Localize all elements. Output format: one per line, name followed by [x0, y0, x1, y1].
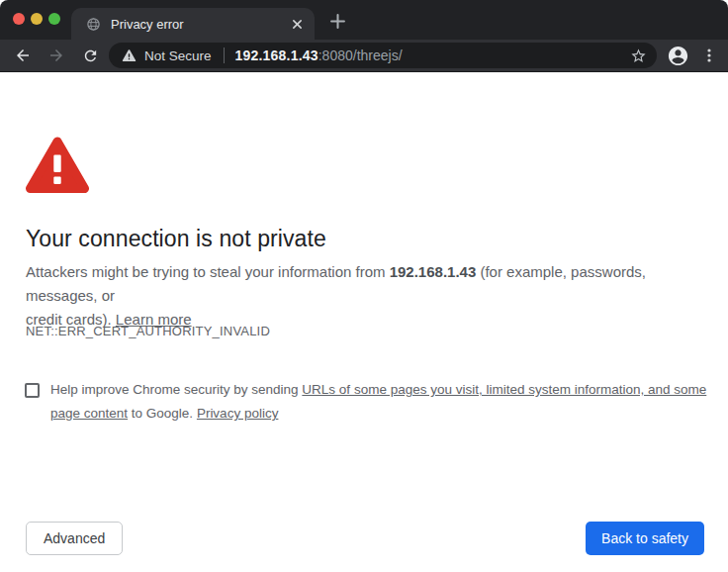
- back-button[interactable]: [10, 43, 36, 68]
- zoom-window-button[interactable]: [48, 13, 60, 25]
- omnibox-divider: [224, 48, 225, 63]
- tab-title: Privacy error: [111, 17, 288, 32]
- macos-traffic-lights: [13, 13, 60, 25]
- url-text[interactable]: 192.168.1.43:8080/threejs/: [235, 48, 403, 63]
- url-host: 192.168.1.43: [235, 48, 318, 63]
- back-arrow-icon: [14, 47, 32, 64]
- bookmark-button[interactable]: [627, 45, 649, 66]
- forward-arrow-icon: [47, 47, 65, 64]
- consent-text: Help improve Chrome security by sending …: [50, 378, 706, 426]
- consent-middle: to Google.: [128, 406, 197, 421]
- plus-icon: [330, 14, 345, 29]
- advanced-button[interactable]: Advanced: [26, 522, 123, 555]
- avatar-icon: [667, 45, 689, 67]
- minimize-window-button[interactable]: [31, 13, 43, 25]
- close-window-button[interactable]: [13, 13, 25, 25]
- consent-prefix: Help improve Chrome security by sending: [50, 382, 302, 397]
- consent-report-link-continued[interactable]: page content: [50, 406, 128, 421]
- error-page: Your connection is not private Attackers…: [0, 72, 728, 572]
- consent-checkbox[interactable]: [25, 383, 40, 398]
- button-row: Advanced Back to safety: [0, 522, 728, 555]
- intro-host: 192.168.1.43: [390, 263, 477, 280]
- globe-icon: [86, 17, 101, 32]
- url-path: :8080/threejs/: [318, 48, 403, 63]
- back-to-safety-button[interactable]: Back to safety: [586, 522, 704, 555]
- reload-button[interactable]: [77, 43, 103, 68]
- kebab-menu-icon: [701, 48, 717, 63]
- privacy-policy-link[interactable]: Privacy policy: [197, 406, 279, 421]
- browser-toolbar: Not Secure 192.168.1.43:8080/threejs/: [0, 40, 728, 72]
- consent-row: Help improve Chrome security by sending …: [25, 378, 707, 426]
- warning-triangle-icon: [122, 48, 136, 62]
- star-icon: [630, 48, 647, 64]
- browser-menu-button[interactable]: [698, 45, 720, 66]
- forward-button[interactable]: [44, 43, 69, 68]
- intro-line1-pre: Attackers might be trying to steal your …: [26, 263, 390, 280]
- tab-strip: Privacy error: [0, 0, 728, 40]
- address-bar[interactable]: Not Secure 192.168.1.43:8080/threejs/: [109, 43, 657, 68]
- profile-button[interactable]: [666, 44, 689, 67]
- consent-report-link[interactable]: URLs of some pages you visit, limited sy…: [302, 382, 706, 397]
- warning-triangle-icon: [25, 135, 90, 200]
- browser-window: Privacy error: [0, 0, 728, 572]
- tab-privacy-error[interactable]: Privacy error: [71, 8, 315, 40]
- error-code: NET::ERR_CERT_AUTHORITY_INVALID: [26, 324, 270, 338]
- security-label: Not Secure: [144, 48, 212, 63]
- security-chip[interactable]: Not Secure: [122, 48, 212, 63]
- new-tab-button[interactable]: [325, 9, 349, 33]
- close-tab-icon[interactable]: [288, 15, 306, 33]
- reload-icon: [82, 48, 99, 64]
- intro-text: Attackers might be trying to steal your …: [26, 260, 718, 332]
- page-title: Your connection is not private: [26, 226, 326, 252]
